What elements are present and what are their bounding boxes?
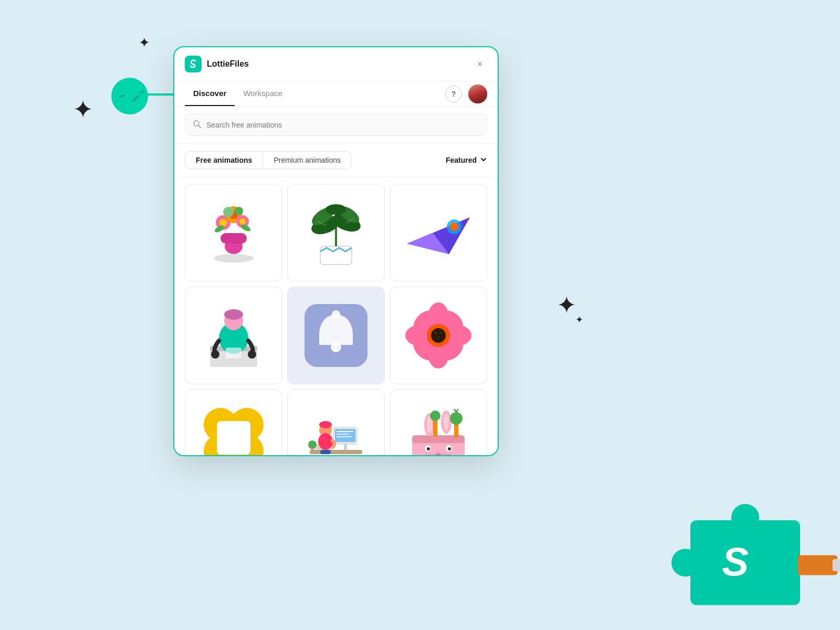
sort-button[interactable]: Featured	[446, 156, 487, 165]
teal-ball-decoration	[111, 78, 148, 114]
svg-rect-66	[310, 450, 362, 454]
svg-point-42	[248, 350, 256, 359]
card-content	[185, 390, 281, 455]
sparkle-icon: ✦	[72, 97, 93, 122]
avatar-image	[468, 85, 487, 103]
filter-premium-animations[interactable]: Premium animations	[263, 152, 351, 169]
svg-point-60	[437, 337, 440, 340]
animation-card[interactable]	[185, 287, 282, 384]
filter-bar: Free animations Premium animations Featu…	[174, 144, 498, 177]
svg-point-41	[211, 350, 219, 359]
filter-tabs: Free animations Premium animations	[185, 151, 352, 169]
card-content	[185, 287, 281, 383]
svg-rect-5	[797, 555, 837, 575]
svg-point-17	[239, 218, 246, 225]
svg-point-74	[308, 440, 317, 449]
svg-point-59	[439, 331, 443, 334]
search-icon	[193, 120, 201, 130]
svg-point-97	[430, 411, 440, 421]
svg-rect-1	[690, 520, 800, 605]
app-logo	[185, 56, 202, 72]
card-content	[391, 185, 487, 281]
svg-rect-0	[114, 95, 130, 97]
svg-rect-11	[220, 233, 247, 244]
sparkle-icon: ✦	[556, 293, 577, 317]
app-title: LottieFiles	[207, 59, 249, 69]
svg-rect-72	[344, 444, 347, 450]
svg-point-2	[731, 504, 759, 532]
svg-point-78	[318, 433, 333, 450]
animation-card[interactable]	[185, 184, 282, 281]
svg-line-99	[456, 409, 458, 412]
teal-line-decoration	[130, 93, 177, 96]
svg-point-28	[326, 204, 346, 215]
svg-rect-68	[335, 429, 355, 442]
tabs-bar: Discover Workspace ?	[174, 81, 498, 107]
card-content	[391, 287, 487, 383]
svg-rect-75	[311, 448, 314, 451]
card-content	[288, 287, 384, 383]
search-input[interactable]	[206, 121, 479, 129]
svg-point-85	[427, 447, 430, 450]
tab-workspace[interactable]: Workspace	[235, 81, 291, 106]
tabs-right-actions: ?	[445, 85, 487, 103]
search-bar	[174, 107, 498, 144]
card-content	[288, 185, 384, 281]
help-button[interactable]: ?	[445, 86, 462, 102]
svg-point-18	[223, 207, 234, 217]
svg-rect-82	[412, 440, 465, 442]
tab-discover[interactable]: Discover	[185, 81, 235, 106]
svg-point-93	[444, 414, 449, 430]
chevron-down-icon	[480, 156, 487, 165]
svg-point-77	[319, 421, 332, 428]
close-button[interactable]: ×	[472, 57, 487, 71]
svg-text:S: S	[722, 539, 749, 584]
svg-point-40	[224, 309, 243, 320]
svg-point-45	[332, 310, 340, 319]
animation-card[interactable]	[185, 390, 282, 455]
svg-rect-43	[226, 348, 242, 358]
search-input-wrapper	[185, 114, 487, 136]
svg-point-86	[448, 447, 451, 450]
animation-card[interactable]	[287, 184, 384, 281]
animation-card[interactable]	[390, 390, 487, 455]
svg-point-57	[431, 328, 446, 343]
animations-grid	[174, 177, 498, 455]
card-content	[185, 185, 281, 281]
svg-point-35	[450, 223, 458, 231]
card-content	[288, 390, 384, 455]
svg-rect-79	[320, 450, 331, 454]
animation-card[interactable]	[287, 390, 384, 455]
svg-point-19	[235, 207, 243, 215]
tabs-list: Discover Workspace	[185, 81, 291, 106]
card-content	[391, 390, 487, 455]
title-bar: LottieFiles ×	[174, 47, 498, 81]
svg-point-95	[450, 412, 463, 425]
svg-point-9	[214, 254, 254, 262]
animation-card[interactable]	[287, 287, 384, 384]
svg-point-3	[671, 549, 699, 576]
sparkle-icon: ✦	[575, 315, 583, 324]
svg-point-58	[434, 331, 437, 334]
sort-label: Featured	[446, 156, 477, 164]
svg-rect-65	[217, 421, 250, 455]
plugin-window: LottieFiles × Discover Workspace ?	[173, 46, 499, 456]
avatar[interactable]	[468, 85, 487, 103]
title-left: LottieFiles	[185, 56, 249, 72]
svg-point-13	[219, 219, 227, 226]
sparkle-icon: ✦	[139, 36, 150, 49]
animation-card[interactable]	[390, 184, 487, 281]
svg-rect-6	[833, 559, 840, 571]
filter-free-animations[interactable]: Free animations	[185, 152, 263, 169]
svg-line-8	[198, 125, 201, 128]
connector-decoration: S	[640, 430, 840, 630]
animation-card[interactable]	[390, 287, 487, 384]
